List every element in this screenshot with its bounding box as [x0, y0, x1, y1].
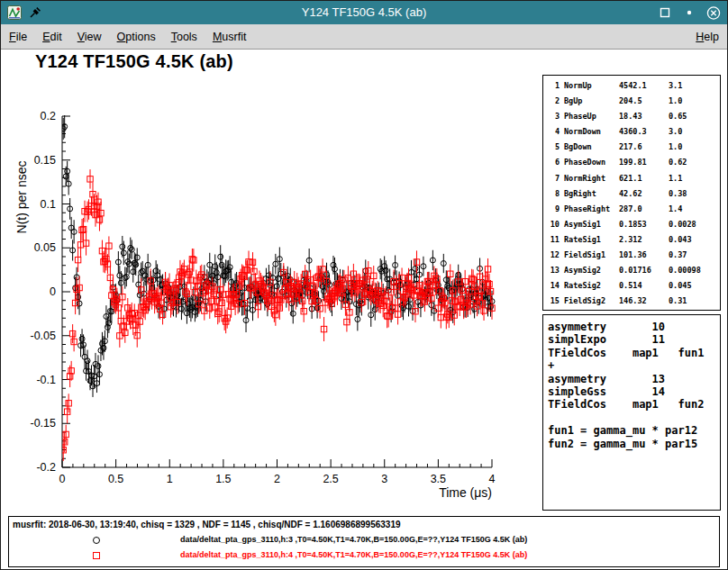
- svg-text:2.5: 2.5: [323, 473, 338, 485]
- legend-marker-open-square: [90, 549, 103, 562]
- param-name: AsymSig2: [564, 263, 614, 278]
- y-axis-title: N(t) per nsec: [14, 161, 29, 234]
- param-name: RateSig1: [564, 232, 614, 248]
- param-value: 0.1853: [619, 217, 664, 232]
- param-row-NormDown: 4NormDown4360.33.0: [549, 124, 718, 140]
- param-no: 2: [549, 94, 560, 109]
- maximize-icon[interactable]: [658, 5, 672, 20]
- param-name: PhaseRight: [564, 202, 614, 217]
- theory-line: TFieldCos map1 fun2: [548, 398, 720, 411]
- param-value: 18.43: [619, 109, 664, 124]
- param-error: 0.38: [669, 186, 718, 202]
- theory-line: simpleGss 14: [548, 385, 720, 398]
- svg-text:-0.1: -0.1: [36, 374, 56, 386]
- theory-line: simplExpo 11: [548, 333, 720, 346]
- svg-text:3.5: 3.5: [431, 473, 446, 485]
- main-plot[interactable]: 00.511.522.533.54-0.2-0.15-0.1-0.0500.05…: [8, 89, 531, 516]
- menu-tools[interactable]: Tools: [171, 31, 197, 43]
- svg-text:1: 1: [167, 473, 173, 485]
- svg-text:-0.05: -0.05: [31, 330, 57, 342]
- param-value: 4542.1: [619, 78, 664, 94]
- menu-edit[interactable]: Edit: [42, 31, 62, 43]
- close-icon[interactable]: [706, 5, 721, 20]
- menu-musrfit[interactable]: Musrfit: [213, 31, 247, 43]
- theory-line: TFieldCos map1 fun1: [548, 347, 720, 359]
- param-error: 0.0028: [669, 217, 718, 232]
- param-no: 15: [549, 294, 560, 309]
- menu-view[interactable]: View: [77, 31, 102, 43]
- param-error: 1.1: [669, 171, 718, 186]
- param-no: 5: [549, 140, 560, 155]
- info-pad: musrfit: 2018-06-30, 13:19:40, chisq = 1…: [8, 516, 720, 567]
- svg-text:0.15: 0.15: [34, 154, 56, 167]
- app-icon[interactable]: [7, 5, 22, 20]
- param-row-AsymSig1: 10AsymSig10.18530.0028: [549, 217, 718, 232]
- param-value: 2.312: [619, 232, 664, 248]
- param-name: BgRight: [564, 186, 614, 202]
- param-row-BgDown: 5BgDown217.61.0: [549, 140, 718, 155]
- param-row-BgRight: 8BgRight42.620.38: [549, 186, 718, 202]
- param-value: 199.81: [619, 155, 664, 170]
- param-error: 1.0: [669, 140, 718, 155]
- fit-stats: musrfit: 2018-06-30, 13:19:40, chisq = 1…: [13, 520, 401, 529]
- param-error: 0.37: [669, 248, 718, 263]
- param-name: BgUp: [564, 94, 614, 109]
- legend-row: data/deltat_pta_gps_3110,h:4 ,T0=4.50K,T…: [9, 548, 719, 563]
- param-error: 0.045: [669, 278, 718, 294]
- param-value: 204.5: [619, 94, 664, 109]
- param-name: FieldSig2: [564, 294, 614, 309]
- svg-text:0.1: 0.1: [41, 198, 56, 211]
- param-no: 3: [549, 109, 560, 124]
- plot-title: Y124 TF150G 4.5K (ab): [35, 51, 233, 72]
- minimize-icon[interactable]: [682, 5, 696, 20]
- param-no: 14: [549, 278, 560, 294]
- svg-text:0: 0: [50, 285, 56, 298]
- window-controls: [658, 5, 721, 20]
- param-name: NormUp: [564, 78, 614, 94]
- root-canvas[interactable]: Y124 TF150G 4.5K (ab) 00.511.522.533.54-…: [1, 50, 727, 569]
- param-value: 146.32: [619, 294, 664, 309]
- param-name: NormDown: [564, 124, 614, 140]
- param-no: 12: [549, 248, 560, 263]
- menubar: FileEditViewOptionsToolsMusrfit Help: [1, 24, 727, 50]
- param-row-BgUp: 2BgUp204.51.0: [549, 94, 718, 109]
- theory-pad: asymmetry 10simplExpo 11TFieldCos map1 f…: [542, 314, 721, 511]
- svg-text:-0.2: -0.2: [36, 461, 56, 474]
- titlebar[interactable]: Y124 TF150G 4.5K (ab): [1, 1, 727, 24]
- param-value: 42.62: [619, 186, 664, 202]
- param-row-PhaseUp: 3PhaseUp18.430.65: [549, 109, 718, 124]
- menu-options[interactable]: Options: [117, 31, 156, 43]
- series-open-square[interactable]: [60, 169, 495, 461]
- svg-text:4: 4: [489, 473, 496, 485]
- svg-text:0.2: 0.2: [41, 110, 56, 122]
- param-value: 0.01716: [619, 263, 664, 278]
- parameter-pad: 1NormUp4542.13.12BgUp204.51.03PhaseUp18.…: [542, 75, 721, 311]
- svg-text:0: 0: [59, 473, 66, 485]
- theory-line: fun1 = gamma_mu * par12: [548, 424, 720, 437]
- menu-help[interactable]: Help: [696, 31, 719, 43]
- param-error: 0.31: [669, 294, 718, 309]
- theory-line: fun2 = gamma_mu * par15: [548, 438, 720, 450]
- series-open-circle[interactable]: [60, 115, 495, 397]
- svg-text:3: 3: [381, 473, 387, 485]
- param-error: 0.62: [669, 155, 718, 170]
- param-row-PhaseDown: 6PhaseDown199.810.62: [549, 155, 718, 170]
- menu-file[interactable]: File: [9, 31, 27, 43]
- legend-marker-open-circle: [90, 534, 103, 547]
- param-error: 3.0: [669, 124, 718, 140]
- legend-label: data/deltat_pta_gps_3110,h:4 ,T0=4.50K,T…: [180, 550, 527, 559]
- theory-line: +: [548, 359, 720, 372]
- param-row-PhaseRight: 9PhaseRight287.01.4: [549, 202, 718, 217]
- param-value: 101.36: [619, 248, 664, 263]
- param-name: AsymSig1: [564, 217, 614, 232]
- param-no: 11: [549, 232, 560, 248]
- musrview-window: Y124 TF150G 4.5K (ab) FileEditViewOptio: [0, 0, 728, 570]
- param-row-RateSig2: 14RateSig20.5140.045: [549, 278, 718, 294]
- param-error: 1.4: [669, 202, 718, 217]
- pin-icon[interactable]: [28, 5, 42, 20]
- param-value: 621.1: [619, 171, 664, 186]
- param-error: 3.1: [669, 78, 718, 94]
- param-no: 4: [549, 124, 560, 140]
- param-name: PhaseDown: [564, 155, 614, 170]
- param-no: 8: [549, 186, 560, 202]
